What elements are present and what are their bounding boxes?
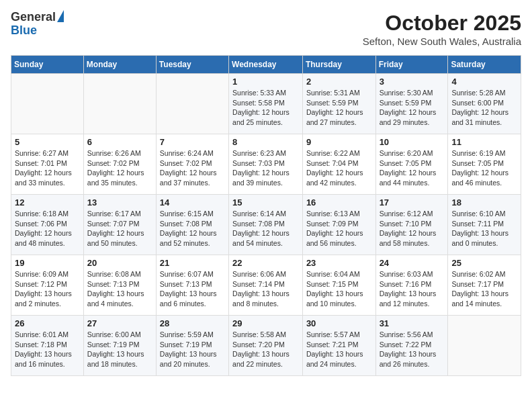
calendar-cell: 25Sunrise: 6:02 AM Sunset: 7:17 PM Dayli… (448, 255, 521, 316)
calendar-cell: 8Sunrise: 6:23 AM Sunset: 7:03 PM Daylig… (229, 134, 303, 195)
week-row-3: 19Sunrise: 6:09 AM Sunset: 7:12 PM Dayli… (11, 255, 521, 316)
day-info: Sunrise: 6:09 AM Sunset: 7:12 PM Dayligh… (15, 269, 80, 309)
day-number: 14 (160, 197, 225, 208)
day-info: Sunrise: 6:26 AM Sunset: 7:02 PM Dayligh… (87, 148, 152, 188)
day-number: 26 (15, 318, 80, 328)
calendar-cell: 29Sunrise: 5:58 AM Sunset: 7:20 PM Dayli… (229, 316, 303, 376)
day-info: Sunrise: 6:07 AM Sunset: 7:13 PM Dayligh… (160, 269, 225, 309)
day-number: 11 (451, 137, 517, 147)
day-info: Sunrise: 6:20 AM Sunset: 7:05 PM Dayligh… (380, 148, 445, 188)
day-number: 25 (451, 258, 517, 268)
day-info: Sunrise: 5:28 AM Sunset: 6:00 PM Dayligh… (451, 88, 517, 128)
week-row-0: 1Sunrise: 5:33 AM Sunset: 5:58 PM Daylig… (11, 74, 521, 134)
day-number: 18 (451, 197, 517, 208)
page-header: General Blue October 2025 Sefton, New So… (11, 11, 521, 47)
day-number: 28 (160, 318, 225, 328)
day-number: 3 (380, 77, 445, 87)
calendar-cell: 3Sunrise: 5:30 AM Sunset: 5:59 PM Daylig… (375, 74, 448, 134)
header-sunday: Sunday (11, 56, 84, 74)
day-info: Sunrise: 6:02 AM Sunset: 7:17 PM Dayligh… (451, 269, 517, 309)
day-number: 24 (380, 258, 445, 268)
day-number: 4 (451, 77, 517, 87)
week-row-2: 12Sunrise: 6:18 AM Sunset: 7:06 PM Dayli… (11, 195, 521, 255)
day-number: 12 (15, 197, 80, 208)
logo-triangle-icon (57, 10, 64, 22)
calendar-cell: 24Sunrise: 6:03 AM Sunset: 7:16 PM Dayli… (375, 255, 448, 316)
calendar-cell: 6Sunrise: 6:26 AM Sunset: 7:02 PM Daylig… (83, 134, 156, 195)
day-number: 20 (87, 258, 152, 268)
day-info: Sunrise: 6:19 AM Sunset: 7:05 PM Dayligh… (451, 148, 517, 188)
calendar-cell: 9Sunrise: 6:22 AM Sunset: 7:04 PM Daylig… (302, 134, 375, 195)
day-number: 6 (87, 137, 152, 147)
day-info: Sunrise: 5:56 AM Sunset: 7:22 PM Dayligh… (380, 330, 445, 369)
day-info: Sunrise: 6:04 AM Sunset: 7:15 PM Dayligh… (306, 269, 372, 309)
calendar-cell: 19Sunrise: 6:09 AM Sunset: 7:12 PM Dayli… (11, 255, 84, 316)
day-info: Sunrise: 6:01 AM Sunset: 7:18 PM Dayligh… (15, 330, 80, 369)
day-info: Sunrise: 6:14 AM Sunset: 7:08 PM Dayligh… (232, 209, 299, 248)
day-info: Sunrise: 6:23 AM Sunset: 7:03 PM Dayligh… (232, 148, 299, 188)
day-info: Sunrise: 6:15 AM Sunset: 7:08 PM Dayligh… (160, 209, 225, 248)
calendar-cell: 22Sunrise: 6:06 AM Sunset: 7:14 PM Dayli… (229, 255, 303, 316)
day-number: 9 (306, 137, 372, 147)
header-monday: Monday (83, 56, 156, 74)
calendar-cell: 28Sunrise: 5:59 AM Sunset: 7:19 PM Dayli… (156, 316, 228, 376)
title-block: October 2025 Sefton, New South Wales, Au… (363, 11, 521, 47)
header-wednesday: Wednesday (229, 56, 303, 74)
header-thursday: Thursday (302, 56, 375, 74)
calendar-cell: 17Sunrise: 6:12 AM Sunset: 7:10 PM Dayli… (375, 195, 448, 255)
calendar-cell: 23Sunrise: 6:04 AM Sunset: 7:15 PM Dayli… (302, 255, 375, 316)
day-info: Sunrise: 6:10 AM Sunset: 7:11 PM Dayligh… (451, 209, 517, 248)
day-info: Sunrise: 5:58 AM Sunset: 7:20 PM Dayligh… (232, 330, 299, 369)
calendar-cell: 21Sunrise: 6:07 AM Sunset: 7:13 PM Dayli… (156, 255, 228, 316)
calendar-cell: 11Sunrise: 6:19 AM Sunset: 7:05 PM Dayli… (448, 134, 521, 195)
calendar-cell: 4Sunrise: 5:28 AM Sunset: 6:00 PM Daylig… (448, 74, 521, 134)
calendar-cell (448, 316, 521, 376)
calendar-header-row: SundayMondayTuesdayWednesdayThursdayFrid… (11, 56, 521, 74)
calendar-cell: 31Sunrise: 5:56 AM Sunset: 7:22 PM Dayli… (375, 316, 448, 376)
day-info: Sunrise: 6:12 AM Sunset: 7:10 PM Dayligh… (380, 209, 445, 248)
day-info: Sunrise: 6:03 AM Sunset: 7:16 PM Dayligh… (380, 269, 445, 309)
header-friday: Friday (375, 56, 448, 74)
logo-general: General (11, 11, 56, 24)
day-number: 31 (380, 318, 445, 328)
calendar-subtitle: Sefton, New South Wales, Australia (363, 36, 521, 47)
day-number: 1 (232, 77, 299, 87)
day-number: 30 (306, 318, 372, 328)
calendar-table: SundayMondayTuesdayWednesdayThursdayFrid… (11, 55, 521, 376)
calendar-cell: 26Sunrise: 6:01 AM Sunset: 7:18 PM Dayli… (11, 316, 84, 376)
day-number: 2 (306, 77, 372, 87)
day-number: 15 (232, 197, 299, 208)
day-number: 22 (232, 258, 299, 268)
day-number: 29 (232, 318, 299, 328)
week-row-1: 5Sunrise: 6:27 AM Sunset: 7:01 PM Daylig… (11, 134, 521, 195)
day-number: 8 (232, 137, 299, 147)
logo-blue: Blue (11, 24, 37, 38)
day-info: Sunrise: 6:13 AM Sunset: 7:09 PM Dayligh… (306, 209, 372, 248)
header-saturday: Saturday (448, 56, 521, 74)
week-row-4: 26Sunrise: 6:01 AM Sunset: 7:18 PM Dayli… (11, 316, 521, 376)
calendar-cell (11, 74, 84, 134)
calendar-cell: 13Sunrise: 6:17 AM Sunset: 7:07 PM Dayli… (83, 195, 156, 255)
day-info: Sunrise: 6:18 AM Sunset: 7:06 PM Dayligh… (15, 209, 80, 248)
day-info: Sunrise: 5:57 AM Sunset: 7:21 PM Dayligh… (306, 330, 372, 369)
day-number: 13 (87, 197, 152, 208)
calendar-cell: 2Sunrise: 5:31 AM Sunset: 5:59 PM Daylig… (302, 74, 375, 134)
day-number: 5 (15, 137, 80, 147)
calendar-cell: 16Sunrise: 6:13 AM Sunset: 7:09 PM Dayli… (302, 195, 375, 255)
calendar-cell: 12Sunrise: 6:18 AM Sunset: 7:06 PM Dayli… (11, 195, 84, 255)
day-info: Sunrise: 6:27 AM Sunset: 7:01 PM Dayligh… (15, 148, 80, 188)
day-info: Sunrise: 5:59 AM Sunset: 7:19 PM Dayligh… (160, 330, 225, 369)
day-info: Sunrise: 5:33 AM Sunset: 5:58 PM Dayligh… (232, 88, 299, 128)
header-tuesday: Tuesday (156, 56, 228, 74)
calendar-cell: 15Sunrise: 6:14 AM Sunset: 7:08 PM Dayli… (229, 195, 303, 255)
calendar-cell: 5Sunrise: 6:27 AM Sunset: 7:01 PM Daylig… (11, 134, 84, 195)
day-number: 19 (15, 258, 80, 268)
day-number: 10 (380, 137, 445, 147)
logo: General Blue (11, 11, 64, 38)
calendar-cell: 7Sunrise: 6:24 AM Sunset: 7:02 PM Daylig… (156, 134, 228, 195)
day-info: Sunrise: 5:30 AM Sunset: 5:59 PM Dayligh… (380, 88, 445, 128)
day-info: Sunrise: 6:06 AM Sunset: 7:14 PM Dayligh… (232, 269, 299, 309)
day-number: 27 (87, 318, 152, 328)
day-number: 17 (380, 197, 445, 208)
calendar-cell: 10Sunrise: 6:20 AM Sunset: 7:05 PM Dayli… (375, 134, 448, 195)
